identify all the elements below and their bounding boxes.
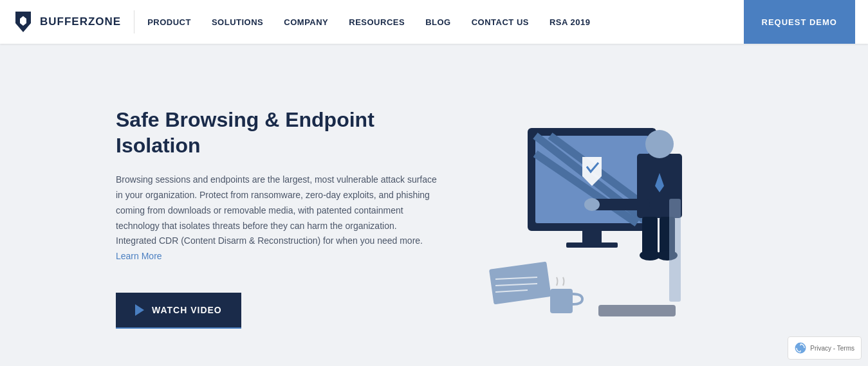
recaptcha-badge: Privacy - Terms — [788, 336, 862, 360]
nav-item-solutions[interactable]: SOLUTIONS — [212, 17, 263, 27]
svg-rect-22 — [598, 305, 676, 316]
nav-item-product[interactable]: PRODUCT — [147, 17, 191, 27]
nav-item-resources[interactable]: RESOURCES — [349, 17, 405, 27]
play-icon — [135, 304, 144, 316]
svg-rect-16 — [489, 261, 551, 304]
svg-rect-21 — [669, 199, 681, 302]
nav-item-contact-us[interactable]: CONTACT US — [472, 17, 529, 27]
logo-text: BUFFERZONE — [40, 15, 121, 28]
hero-description: Browsing sessions and endpoints are the … — [116, 172, 438, 264]
request-demo-button[interactable]: REQUEST DEMO — [744, 0, 855, 44]
svg-rect-10 — [592, 199, 650, 210]
svg-rect-5 — [582, 231, 602, 244]
hero-title: Safe Browsing & Endpoint Isolation — [116, 107, 438, 158]
nav-item-rsa[interactable]: RSA 2019 — [549, 17, 591, 27]
hero-content: Safe Browsing & Endpoint Isolation Brows… — [116, 107, 438, 329]
hero-illustration — [438, 115, 708, 321]
svg-rect-6 — [566, 242, 618, 248]
hero-svg-image — [438, 115, 708, 321]
svg-point-11 — [584, 198, 600, 211]
bufferzone-logo-icon — [13, 10, 33, 33]
main-nav: PRODUCT SOLUTIONS COMPANY RESOURCES BLOG… — [147, 17, 743, 27]
main-content: Safe Browsing & Endpoint Isolation Brows… — [0, 44, 868, 366]
watch-video-button[interactable]: WATCH VIDEO — [116, 293, 241, 329]
learn-more-link[interactable]: Learn More — [116, 251, 162, 261]
header: BUFFERZONE PRODUCT SOLUTIONS COMPANY RES… — [0, 0, 868, 44]
logo-area[interactable]: BUFFERZONE — [13, 10, 134, 33]
recaptcha-icon — [795, 342, 806, 354]
svg-rect-12 — [642, 217, 658, 255]
nav-item-company[interactable]: COMPANY — [284, 17, 328, 27]
svg-point-8 — [645, 130, 674, 158]
recaptcha-text: Privacy - Terms — [810, 345, 854, 352]
svg-rect-20 — [550, 289, 573, 313]
nav-item-blog[interactable]: BLOG — [425, 17, 451, 27]
